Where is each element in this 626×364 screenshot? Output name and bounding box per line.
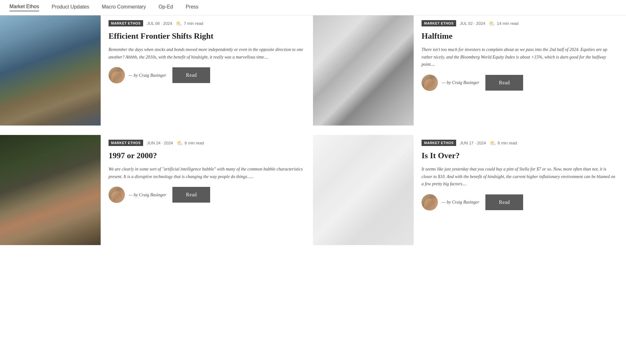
article-title: Efficient Frontier Shifts Right bbox=[109, 31, 305, 42]
article-tag: MARKET ETHOS bbox=[109, 140, 143, 146]
author-info: — by Craig Basinger bbox=[422, 194, 479, 210]
read-button[interactable]: Read bbox=[172, 67, 210, 83]
article-excerpt: We are clearly in some sort of "artifici… bbox=[109, 165, 305, 181]
article-excerpt: Remember the days when stocks and bonds … bbox=[109, 46, 305, 61]
article-date: JUN 17 · 2024 bbox=[460, 141, 486, 145]
col-right: MARKET ETHOS JUL 02 · 2024 ⛅ 14 min read… bbox=[313, 15, 626, 255]
avatar bbox=[109, 67, 125, 83]
author-info: — by Craig Basinger bbox=[422, 75, 479, 91]
article-image bbox=[0, 135, 101, 245]
article-card: MARKET ETHOS JUL 08 · 2024 ⛅ 7 min read … bbox=[0, 15, 313, 126]
nav-market-ethos[interactable]: Market Ethos bbox=[9, 4, 39, 11]
article-image bbox=[0, 15, 101, 126]
article-image bbox=[313, 135, 414, 245]
col-left: MARKET ETHOS JUL 08 · 2024 ⛅ 7 min read … bbox=[0, 15, 313, 255]
avatar bbox=[422, 194, 438, 210]
article-image bbox=[313, 15, 414, 126]
article-read-time: ⛅ 6 min read bbox=[490, 140, 517, 146]
article-date: JUN 24 · 2024 bbox=[147, 141, 173, 145]
article-footer: — by Craig Basinger Read bbox=[109, 187, 305, 203]
article-meta: MARKET ETHOS JUN 24 · 2024 ⛅ 6 min read bbox=[109, 140, 305, 146]
article-card: MARKET ETHOS JUN 24 · 2024 ⛅ 6 min read … bbox=[0, 135, 313, 245]
article-excerpt: It seems like just yesterday that you co… bbox=[422, 165, 618, 188]
cloud-icon: ⛅ bbox=[490, 140, 496, 146]
article-meta: MARKET ETHOS JUL 08 · 2024 ⛅ 7 min read bbox=[109, 20, 305, 26]
article-read-time: ⛅ 7 min read bbox=[176, 20, 203, 26]
article-footer: — by Craig Basinger Read bbox=[422, 75, 618, 91]
avatar bbox=[422, 75, 438, 91]
article-excerpt: There isn't too much for investors to co… bbox=[422, 46, 618, 68]
read-button[interactable]: Read bbox=[172, 187, 210, 203]
article-read-time: ⛅ 6 min read bbox=[177, 140, 204, 146]
author-name: — by Craig Basinger bbox=[129, 72, 166, 79]
nav-product-updates[interactable]: Product Updates bbox=[52, 4, 89, 11]
read-button[interactable]: Read bbox=[485, 194, 523, 210]
cloud-icon: ⛅ bbox=[176, 20, 182, 26]
article-title: Halftime bbox=[422, 31, 618, 42]
nav-macro-commentary[interactable]: Macro Commentary bbox=[102, 4, 146, 11]
article-title: 1997 or 2000? bbox=[109, 150, 305, 161]
article-footer: — by Craig Basinger Read bbox=[109, 67, 305, 83]
article-meta: MARKET ETHOS JUL 02 · 2024 ⛅ 14 min read bbox=[422, 20, 618, 26]
article-content: MARKET ETHOS JUN 17 · 2024 ⛅ 6 min read … bbox=[414, 135, 626, 245]
article-tag: MARKET ETHOS bbox=[422, 20, 456, 26]
avatar bbox=[109, 187, 125, 203]
article-footer: — by Craig Basinger Read bbox=[422, 194, 618, 210]
article-content: MARKET ETHOS JUN 24 · 2024 ⛅ 6 min read … bbox=[101, 135, 313, 245]
author-name: — by Craig Basinger bbox=[129, 192, 166, 198]
article-tag: MARKET ETHOS bbox=[109, 20, 143, 26]
article-content: MARKET ETHOS JUL 02 · 2024 ⛅ 14 min read… bbox=[414, 15, 626, 126]
read-button[interactable]: Read bbox=[485, 75, 523, 91]
articles-wrapper: MARKET ETHOS JUL 08 · 2024 ⛅ 7 min read … bbox=[0, 15, 626, 255]
article-read-time: ⛅ 14 min read bbox=[489, 20, 518, 26]
main-nav: Market Ethos Product Updates Macro Comme… bbox=[0, 0, 626, 15]
article-tag: MARKET ETHOS bbox=[422, 140, 456, 146]
article-meta: MARKET ETHOS JUN 17 · 2024 ⛅ 6 min read bbox=[422, 140, 618, 146]
nav-press[interactable]: Press bbox=[186, 4, 198, 11]
author-info: — by Craig Basinger bbox=[109, 187, 166, 203]
article-date: JUL 02 · 2024 bbox=[460, 21, 485, 26]
nav-op-ed[interactable]: Op-Ed bbox=[159, 4, 173, 11]
cloud-icon: ⛅ bbox=[489, 20, 495, 26]
author-name: — by Craig Basinger bbox=[442, 80, 479, 86]
author-info: — by Craig Basinger bbox=[109, 67, 166, 83]
article-date: JUL 08 · 2024 bbox=[147, 21, 172, 26]
article-card: MARKET ETHOS JUL 02 · 2024 ⛅ 14 min read… bbox=[313, 15, 626, 126]
article-content: MARKET ETHOS JUL 08 · 2024 ⛅ 7 min read … bbox=[101, 15, 313, 126]
cloud-icon: ⛅ bbox=[177, 140, 183, 146]
author-name: — by Craig Basinger bbox=[442, 199, 479, 205]
article-card: MARKET ETHOS JUN 17 · 2024 ⛅ 6 min read … bbox=[313, 135, 626, 245]
article-title: Is It Over? bbox=[422, 150, 618, 161]
